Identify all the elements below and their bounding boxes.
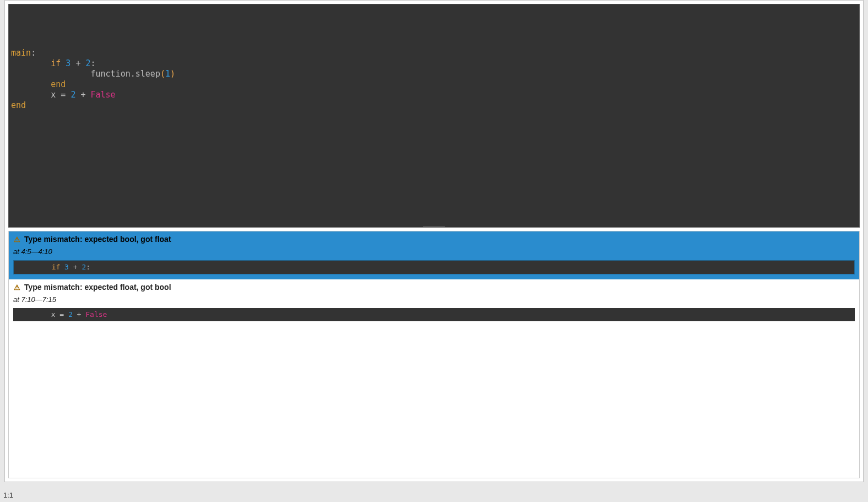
status-bar: 1:1	[0, 489, 868, 502]
code-token: )	[170, 69, 175, 79]
code-line[interactable]: end	[11, 79, 857, 90]
code-token	[73, 310, 77, 319]
problem-title: ⚠Type mismatch: expected bool, got float	[13, 235, 855, 244]
code-token	[11, 79, 51, 89]
problem-location: at 7:10—7:15	[13, 292, 855, 308]
pane-resize-handle[interactable]	[423, 226, 445, 228]
code-line[interactable]: if 3 + 2:	[11, 58, 857, 69]
problem-title-text: Type mismatch: expected float, got bool	[24, 283, 171, 292]
problem-title-text: Type mismatch: expected bool, got float	[24, 235, 171, 244]
problem-snippet: x = 2 + False	[13, 308, 855, 321]
code-token: end	[11, 100, 26, 110]
code-token	[17, 310, 51, 319]
warning-icon: ⚠	[13, 283, 21, 291]
code-token: function.sleep	[91, 69, 160, 79]
code-line[interactable]: end	[11, 100, 857, 111]
problems-pane[interactable]: ⚠Type mismatch: expected bool, got float…	[8, 231, 860, 478]
editor-frame: main: if 3 + 2: function.sleep(1) end x …	[4, 0, 864, 482]
code-token: :	[86, 263, 90, 271]
problem-title: ⚠Type mismatch: expected float, got bool	[13, 283, 855, 292]
code-token	[11, 58, 51, 68]
code-token: main	[11, 48, 31, 58]
problem-location: at 4:5—4:10	[13, 244, 855, 260]
code-token: end	[51, 79, 66, 89]
code-line[interactable]: main:	[11, 48, 857, 58]
code-token: if	[52, 263, 61, 271]
code-line[interactable]: x = 2 + False	[11, 90, 857, 100]
problem-snippet: if 3 + 2:	[13, 260, 855, 274]
code-token	[61, 58, 66, 68]
code-token	[60, 263, 64, 271]
code-line[interactable]: function.sleep(1)	[11, 69, 857, 79]
code-token	[17, 263, 52, 271]
code-token	[11, 69, 91, 79]
code-token	[11, 90, 51, 100]
code-token: 2	[85, 58, 90, 68]
code-token: x =	[51, 90, 70, 100]
problem-item[interactable]: ⚠Type mismatch: expected float, got bool…	[9, 279, 859, 326]
code-token: 2	[68, 310, 73, 319]
code-token	[69, 263, 73, 271]
problem-item[interactable]: ⚠Type mismatch: expected bool, got float…	[9, 231, 859, 279]
code-token: False	[91, 90, 116, 100]
code-token: x =	[51, 310, 68, 319]
code-token: :	[91, 58, 96, 68]
code-token: +	[73, 263, 78, 271]
code-token	[85, 90, 90, 100]
code-token: 1	[165, 69, 170, 79]
code-token: (	[160, 69, 165, 79]
cursor-position: 1:1	[3, 491, 13, 499]
code-line[interactable]	[11, 37, 857, 48]
code-editor[interactable]: main: if 3 + 2: function.sleep(1) end x …	[8, 4, 860, 228]
code-line[interactable]	[11, 27, 857, 37]
code-token: 3	[64, 263, 69, 271]
code-token: :	[31, 48, 36, 58]
code-token: if	[51, 58, 61, 68]
warning-icon: ⚠	[13, 235, 21, 243]
code-token: False	[85, 310, 107, 319]
